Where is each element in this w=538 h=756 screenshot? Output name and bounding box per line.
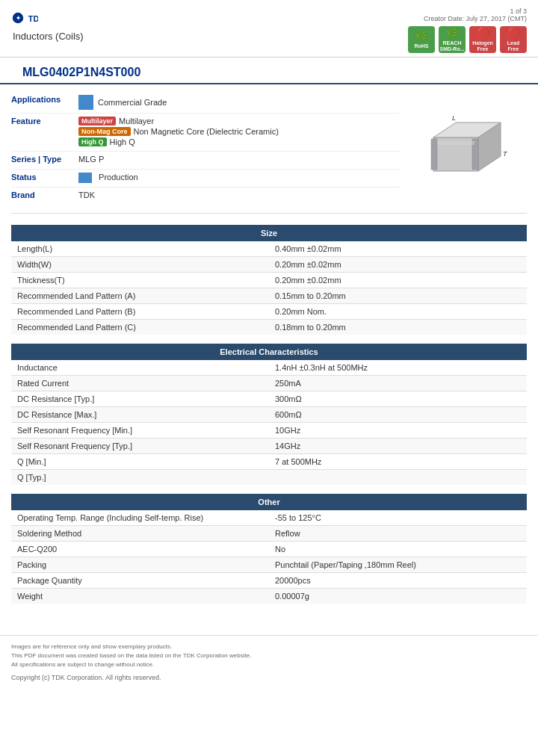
value-cell: 0.20mm ±0.02mm: [269, 257, 527, 273]
product-line: Inductors (Coils): [13, 31, 84, 42]
series-type-row: Series | Type MLG P: [11, 152, 400, 170]
nonmag-text: Non Magnetic Core (Dielectric Ceramic): [134, 127, 279, 136]
multilayer-tag: Multilayer: [78, 117, 116, 126]
table-row: Q [Min.]7 at 500MHz: [11, 454, 527, 470]
feature-label: Feature: [11, 117, 78, 148]
param-cell: Soldering Method: [11, 526, 269, 542]
tdk-logo: ✦ TDK: [11, 7, 84, 28]
rohs-badge: 🌿 RoHS: [408, 26, 435, 53]
param-cell: Recommended Land Pattern (C): [11, 320, 269, 335]
size-section: Size Length(L)0.40mm ±0.02mmWidth(W)0.20…: [11, 225, 527, 335]
value-cell: 7 at 500MHz: [269, 454, 527, 470]
applications-content: Commercial Grade: [78, 95, 400, 110]
table-row: Operating Temp. Range (Including Self-te…: [11, 510, 527, 526]
compliance-badges: 🌿 RoHS 🌿 REACHSMD-Ro... 🚫 HalogenFree 🚫 …: [408, 26, 527, 53]
table-row: Package Quantity20000pcs: [11, 573, 527, 589]
param-cell: Package Quantity: [11, 573, 269, 589]
lead-label: LeadFree: [507, 40, 519, 53]
svg-text:TDK: TDK: [28, 14, 38, 23]
multilayer-text: Multilayer: [119, 117, 154, 126]
param-cell: Operating Temp. Range (Including Self-te…: [11, 510, 269, 526]
value-cell: 0.20mm ±0.02mm: [269, 273, 527, 288]
status-text: Production: [99, 173, 138, 182]
param-cell: Inductance: [11, 360, 269, 376]
brand-label: Brand: [11, 190, 78, 199]
header-right: 1 of 3 Creator Date: July 27, 2017 (CMT)…: [408, 7, 527, 53]
value-cell: 250mA: [269, 376, 527, 391]
page-number: 1 of 3: [510, 7, 527, 15]
other-table: Operating Temp. Range (Including Self-te…: [11, 510, 527, 604]
param-cell: Thickness(T): [11, 273, 269, 288]
tdk-logo-icon: ✦ TDK: [11, 7, 38, 28]
halogen-icon: 🚫: [477, 27, 489, 40]
size-table-header: Size: [11, 225, 527, 241]
status-value: Production: [78, 173, 400, 183]
table-row: Rated Current250mA: [11, 376, 527, 391]
value-cell: 0.20mm Nom.: [269, 304, 527, 320]
table-row: Thickness(T)0.20mm ±0.02mm: [11, 273, 527, 288]
footer-note-2: This PDF document was created based on t…: [11, 652, 527, 659]
table-row: Recommended Land Pattern (A)0.15mm to 0.…: [11, 288, 527, 304]
nonmag-tag: Non-Mag Core: [78, 127, 131, 136]
value-cell: 0.00007g: [269, 589, 527, 604]
value-cell: 300mΩ: [269, 391, 527, 407]
footer-copyright: Copyright (c) TDK Corporation. All right…: [11, 674, 527, 681]
reach-badge: 🌿 REACHSMD-Ro...: [439, 26, 466, 53]
electrical-section: Electrical Characteristics Inductance1.4…: [11, 344, 527, 485]
status-row: Status Production: [11, 170, 400, 188]
param-cell: DC Resistance [Max.]: [11, 407, 269, 423]
value-cell: 0.15mm to 0.20mm: [269, 288, 527, 304]
feature-line-2: Non-Mag Core Non Magnetic Core (Dielectr…: [78, 127, 400, 136]
value-cell: 10GHz: [269, 423, 527, 439]
rohs-icon: 🌿: [415, 30, 428, 43]
value-cell: 14GHz: [269, 439, 527, 454]
status-icon: [78, 173, 92, 183]
param-cell: AEC-Q200: [11, 542, 269, 557]
table-row: Length(L)0.40mm ±0.02mm: [11, 241, 527, 257]
table-row: Q [Typ.]: [11, 470, 527, 486]
reach-icon: 🌿: [446, 27, 459, 40]
param-cell: Q [Typ.]: [11, 470, 269, 486]
value-cell: 1.4nH ±0.3nH at 500MHz: [269, 360, 527, 376]
svg-rect-11: [437, 141, 474, 145]
highq-tag: High Q: [78, 137, 107, 146]
table-row: Self Resonant Frequency [Typ.]14GHz: [11, 439, 527, 454]
status-label: Status: [11, 173, 78, 182]
value-cell: Punchtail (Paper/Taping ,180mm Reel): [269, 557, 527, 573]
halogen-label: HalogenFree: [472, 40, 493, 53]
param-cell: Length(L): [11, 241, 269, 257]
size-table: Length(L)0.40mm ±0.02mmWidth(W)0.20mm ±0…: [11, 241, 527, 335]
param-cell: Recommended Land Pattern (A): [11, 288, 269, 304]
table-row: DC Resistance [Typ.]300mΩ: [11, 391, 527, 407]
table-row: Weight0.00007g: [11, 589, 527, 604]
param-cell: Rated Current: [11, 376, 269, 391]
lead-badge: 🚫 LeadFree: [500, 26, 527, 53]
table-row: Recommended Land Pattern (C)0.18mm to 0.…: [11, 320, 527, 335]
table-row: Inductance1.4nH ±0.3nH at 500MHz: [11, 360, 527, 376]
table-row: Recommended Land Pattern (B)0.20mm Nom.: [11, 304, 527, 320]
part-section: MLG0402P1N4ST000: [0, 58, 538, 84]
electrical-table-header: Electrical Characteristics: [11, 344, 527, 360]
page-footer: Images are for reference only and show e…: [0, 635, 538, 689]
feature-line-1: Multilayer Multilayer: [78, 117, 400, 126]
commercial-grade-icon: [78, 95, 93, 110]
applications-label: Applications: [11, 95, 78, 104]
series-type-label: Series | Type: [11, 155, 78, 164]
footer-note-3: All specifications are subject to change…: [11, 661, 527, 668]
lead-icon: 🚫: [507, 27, 520, 40]
param-cell: Width(W): [11, 257, 269, 273]
highq-text: High Q: [110, 137, 135, 146]
brand-value: TDK: [78, 190, 400, 199]
table-row: AEC-Q200No: [11, 542, 527, 557]
part-number: MLG0402P1N4ST000: [22, 66, 140, 79]
company-info: ✦ TDK Inductors (Coils): [11, 7, 84, 42]
brand-row: Brand TDK: [11, 188, 400, 205]
param-cell: Self Resonant Frequency [Typ.]: [11, 439, 269, 454]
other-section: Other Operating Temp. Range (Including S…: [11, 494, 527, 604]
series-type-value: MLG P: [78, 155, 400, 164]
svg-text:L: L: [452, 114, 456, 122]
svg-text:T: T: [503, 150, 508, 158]
param-cell: Weight: [11, 589, 269, 604]
value-cell: [269, 470, 527, 486]
value-cell: -55 to 125°C: [269, 510, 527, 526]
